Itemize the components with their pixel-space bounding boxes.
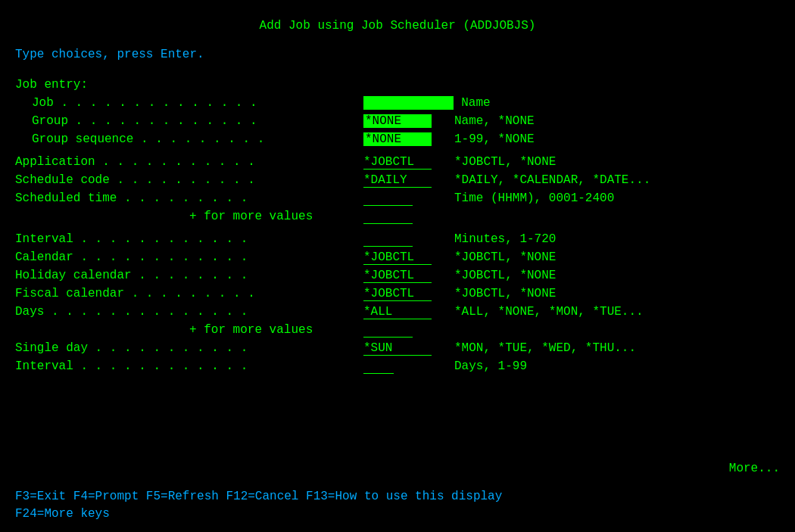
interval-days-label: Interval . . . . . . . . . . . . [15,359,363,373]
interval-days-input[interactable] [363,359,394,374]
application-value[interactable]: *JOBCTL [363,155,447,170]
group-hint: Name, *NONE [447,114,535,128]
scheduled-time-value[interactable] [363,191,447,206]
job-hint: Name [454,96,490,110]
more-values-label-2: + for more values [15,323,363,337]
schedule-code-hint: *DAILY, *CALENDAR, *DATE... [447,173,650,187]
job-entry-header: Job entry: [15,76,780,93]
days-field-row: Days . . . . . . . . . . . . . . *ALL *A… [15,303,780,320]
job-label: Job . . . . . . . . . . . . . . [15,96,363,110]
days-value[interactable]: *ALL [363,305,447,319]
more-values-input-2[interactable] [363,323,413,338]
scheduled-time-input[interactable] [363,191,413,206]
more-values-row-1: + for more values [15,208,780,225]
single-day-value[interactable]: *SUN [363,341,447,356]
scheduled-time-label: Scheduled time . . . . . . . . . [15,191,363,205]
instruction: Type choices, press Enter. [15,48,780,61]
job-entry-label: Job entry: [15,78,363,92]
fiscal-calendar-label: Fiscal calendar . . . . . . . . . [15,287,363,300]
holiday-calendar-hint: *JOBCTL, *NONE [447,269,556,282]
main-screen: Add Job using Job Scheduler (ADDJOBJS) T… [0,0,795,532]
application-field-row: Application . . . . . . . . . . . *JOBCT… [15,154,780,170]
function-keys-line1[interactable]: F3=Exit F4=Prompt F5=Refresh F12=Cancel … [15,490,502,503]
holiday-calendar-value[interactable]: *JOBCTL [363,269,447,283]
single-day-input[interactable]: *SUN [363,341,432,356]
scheduled-time-hint: Time (HHMM), 0001-2400 [447,191,614,205]
group-sequence-value[interactable]: *NONE [363,132,447,146]
calendar-field-row: Calendar . . . . . . . . . . . . *JOBCTL… [15,249,780,266]
interval-days-value[interactable] [363,359,447,374]
fiscal-calendar-input[interactable]: *JOBCTL [363,287,432,301]
title: Add Job using Job Scheduler (ADDJOBJS) [15,8,780,33]
schedule-code-input[interactable]: *DAILY [363,173,432,188]
job-value[interactable] [363,96,454,110]
single-day-field-row: Single day . . . . . . . . . . . *SUN *M… [15,340,780,356]
group-sequence-label: Group sequence . . . . . . . . . [15,132,363,146]
more-values-field-2[interactable] [363,323,447,338]
group-value[interactable]: *NONE [363,114,447,128]
calendar-value[interactable]: *JOBCTL [363,250,447,265]
group-sequence-input[interactable]: *NONE [363,132,432,146]
days-input[interactable]: *ALL [363,305,432,319]
holiday-calendar-label: Holiday calendar . . . . . . . . [15,269,363,282]
holiday-calendar-input[interactable]: *JOBCTL [363,269,432,283]
group-sequence-hint: 1-99, *NONE [447,132,535,146]
days-label: Days . . . . . . . . . . . . . . [15,305,363,319]
application-label: Application . . . . . . . . . . . [15,155,363,169]
calendar-hint: *JOBCTL, *NONE [447,250,556,264]
fiscal-calendar-field-row: Fiscal calendar . . . . . . . . . *JOBCT… [15,285,780,302]
application-input[interactable]: *JOBCTL [363,155,432,170]
more-indicator: More... [729,462,780,475]
calendar-input[interactable]: *JOBCTL [363,250,432,265]
group-label: Group . . . . . . . . . . . . . [15,114,363,128]
more-values-field-1[interactable] [363,210,447,224]
days-hint: *ALL, *NONE, *MON, *TUE... [447,305,644,319]
interval-days-hint: Days, 1-99 [447,359,527,373]
interval-field-row: Interval . . . . . . . . . . . . Minutes… [15,231,780,247]
schedule-code-value[interactable]: *DAILY [363,173,447,188]
interval-input[interactable] [363,232,413,247]
interval-hint: Minutes, 1-720 [447,232,556,246]
group-sequence-field-row: Group sequence . . . . . . . . . *NONE 1… [15,131,780,148]
holiday-calendar-field-row: Holiday calendar . . . . . . . . *JOBCTL… [15,267,780,284]
fiscal-calendar-hint: *JOBCTL, *NONE [447,287,556,300]
interval-value[interactable] [363,232,447,247]
job-field-row: Job . . . . . . . . . . . . . . Name [15,95,780,111]
more-values-label-1: + for more values [15,210,363,223]
interval-days-field-row: Interval . . . . . . . . . . . . Days, 1… [15,358,780,375]
calendar-label: Calendar . . . . . . . . . . . . [15,250,363,264]
group-field-row: Group . . . . . . . . . . . . . *NONE Na… [15,113,780,129]
more-values-row-2: + for more values [15,322,780,338]
schedule-code-field-row: Schedule code . . . . . . . . . . *DAILY… [15,172,780,188]
scheduled-time-field-row: Scheduled time . . . . . . . . . Time (H… [15,190,780,207]
group-input[interactable]: *NONE [363,114,432,128]
interval-label: Interval . . . . . . . . . . . . [15,232,363,246]
job-input[interactable] [363,96,454,110]
single-day-label: Single day . . . . . . . . . . . [15,341,363,355]
single-day-hint: *MON, *TUE, *WED, *THU... [447,341,636,355]
application-hint: *JOBCTL, *NONE [447,155,556,169]
more-values-input-1[interactable] [363,210,413,224]
fiscal-calendar-value[interactable]: *JOBCTL [363,287,447,301]
function-keys-line2[interactable]: F24=More keys [15,507,110,521]
schedule-code-label: Schedule code . . . . . . . . . . [15,173,363,187]
